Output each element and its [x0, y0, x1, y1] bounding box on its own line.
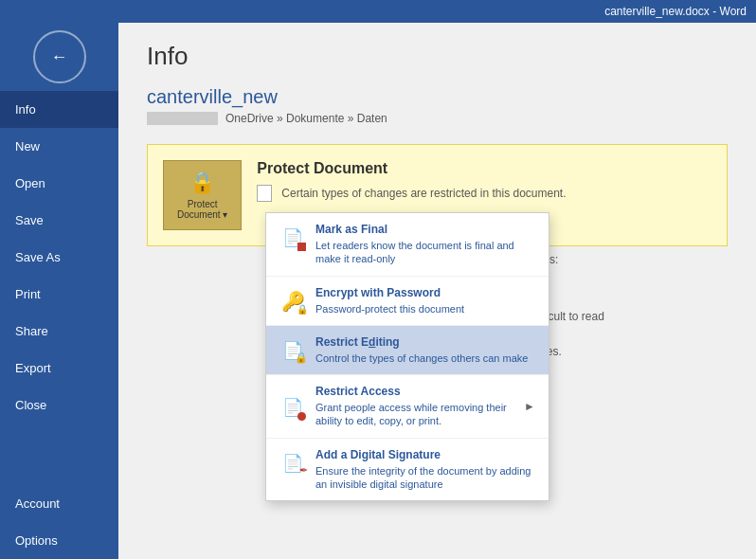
encrypt-desc: Password-protect this document	[315, 302, 464, 316]
mark-as-final-content: Mark as Final Let readers know the docum…	[315, 223, 535, 266]
title-text: canterville_new.docx - Word	[604, 5, 747, 18]
submenu-arrow-icon: ►	[524, 400, 535, 413]
doc-title: canterville_new	[147, 86, 728, 108]
doc-path-text: OneDrive » Dokumente » Daten	[225, 112, 387, 125]
back-button[interactable]: ←	[33, 30, 86, 83]
sidebar-spacer	[0, 424, 118, 485]
page-title: Info	[147, 42, 728, 71]
digital-signature-desc: Ensure the integrity of the document by …	[315, 464, 535, 492]
pen-icon: ✒	[299, 464, 308, 477]
restrict-access-icon: 📄	[279, 394, 306, 421]
restrict-editing-title: Restrict Editing	[315, 335, 528, 349]
encrypt-icon: 🔑 🔒	[279, 288, 306, 315]
mark-as-final-icon: 📄	[279, 225, 306, 251]
restrict-access-desc: Grant people access while removing their…	[315, 401, 514, 428]
sidebar-item-save[interactable]: Save	[0, 202, 118, 239]
sidebar-item-label-info: Info	[15, 102, 36, 117]
restrict-editing-icon: 📄 🔒	[279, 337, 306, 364]
sidebar: ← Info New Open Save Save As Print Share…	[0, 23, 118, 559]
digital-signature-icon: 📄 ✒	[279, 450, 306, 477]
menu-item-restrict-editing[interactable]: 📄 🔒 Restrict Editing Control the types o…	[266, 326, 549, 375]
sidebar-item-share[interactable]: Share	[0, 313, 118, 350]
protect-title: Protect Document	[257, 160, 566, 177]
mark-as-final-desc: Let readers know the document is final a…	[315, 239, 535, 266]
sidebar-item-print[interactable]: Print	[0, 276, 118, 313]
red-circle-icon	[297, 243, 306, 251]
blue-lock-icon: 🔒	[295, 352, 308, 364]
sidebar-item-new[interactable]: New	[0, 128, 118, 165]
sidebar-item-options[interactable]: Options	[0, 522, 118, 559]
restrict-access-content: Restrict Access Grant people access whil…	[315, 385, 514, 428]
main-layout: ← Info New Open Save Save As Print Share…	[0, 23, 756, 559]
sidebar-item-label-account: Account	[15, 496, 60, 511]
sidebar-item-export[interactable]: Export	[0, 350, 118, 387]
lock-small-icon: 🔒	[297, 304, 308, 315]
sidebar-item-account[interactable]: Account	[0, 485, 118, 522]
restrict-access-title: Restrict Access	[315, 385, 514, 398]
sidebar-item-label-close: Close	[15, 398, 46, 412]
encrypt-title: Encrypt with Password	[315, 286, 464, 299]
protect-text: Protect Document Certain types of change…	[257, 160, 566, 202]
content-area: Info canterville_new OneDrive » Dokument…	[118, 23, 756, 559]
sidebar-item-label-options: Options	[15, 533, 58, 548]
back-icon: ←	[51, 47, 68, 67]
protect-description: Certain types of changes are restricted …	[257, 185, 566, 202]
sidebar-item-label-share: Share	[15, 324, 48, 338]
protect-button-label: ProtectDocument ▾	[177, 199, 227, 220]
menu-item-digital-signature[interactable]: 📄 ✒ Add a Digital Signature Ensure the i…	[266, 439, 549, 501]
sidebar-item-info[interactable]: Info	[0, 91, 118, 128]
sidebar-item-label-save-as: Save As	[15, 250, 61, 264]
red-circle-icon-2	[297, 412, 306, 421]
menu-item-mark-as-final[interactable]: 📄 Mark as Final Let readers know the doc…	[266, 213, 549, 277]
sidebar-item-close[interactable]: Close	[0, 387, 118, 424]
encrypt-content: Encrypt with Password Password-protect t…	[315, 286, 464, 316]
protect-document-button[interactable]: 🔒 ProtectDocument ▾	[163, 160, 242, 230]
restrict-editing-desc: Control the types of changes others can …	[315, 352, 528, 365]
doc-path-bar	[147, 112, 218, 125]
title-bar: canterville_new.docx - Word	[0, 0, 756, 23]
menu-item-restrict-access[interactable]: 📄 Restrict Access Grant people access wh…	[266, 375, 549, 439]
sidebar-item-save-as[interactable]: Save As	[0, 239, 118, 276]
mark-as-final-title: Mark as Final	[315, 223, 535, 236]
restrict-editing-content: Restrict Editing Control the types of ch…	[315, 335, 528, 365]
menu-item-encrypt[interactable]: 🔑 🔒 Encrypt with Password Password-prote…	[266, 277, 549, 326]
sidebar-item-label-open: Open	[15, 176, 45, 190]
digital-signature-title: Add a Digital Signature	[315, 448, 535, 461]
doc-path: OneDrive » Dokumente » Daten	[147, 112, 728, 125]
sidebar-item-label-print: Print	[15, 287, 41, 301]
sidebar-item-label-export: Export	[15, 361, 51, 375]
dropdown-menu: 📄 Mark as Final Let readers know the doc…	[265, 212, 549, 501]
sidebar-item-open[interactable]: Open	[0, 165, 118, 202]
lock-gold-icon: 🔒	[189, 171, 215, 195]
doc-small-icon	[257, 185, 272, 202]
sidebar-item-label-save: Save	[15, 213, 44, 227]
sidebar-item-label-new: New	[15, 139, 40, 153]
digital-signature-content: Add a Digital Signature Ensure the integ…	[315, 448, 535, 492]
